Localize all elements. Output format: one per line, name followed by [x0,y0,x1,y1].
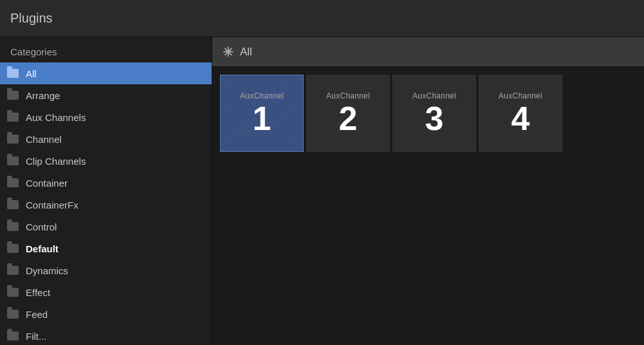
sidebar-item-label: Container [26,178,68,189]
content-header: ✳ All [212,37,644,67]
sidebar-item-container[interactable]: Container [0,172,212,194]
sidebar-item-filter[interactable]: Filt... [0,325,212,345]
sidebar: Categories AllArrangeAux ChannelsChannel… [0,37,212,345]
plugin-card-number: 2 [339,102,358,135]
folder-icon [6,134,19,144]
folder-icon [6,68,19,79]
sidebar-item-label: Arrange [26,90,60,101]
plugin-card-label: AuxChannel [410,91,459,100]
folder-icon [6,90,19,100]
sidebar-item-dynamics[interactable]: Dynamics [0,259,212,281]
sidebar-item-label: Clip Channels [26,156,86,167]
sidebar-item-label: All [26,68,37,79]
plugin-card-label: AuxChannel [324,91,373,100]
plugin-card-label: AuxChannel [496,91,545,100]
plugin-card-aux1[interactable]: AuxChannel1 [220,75,304,152]
plugin-card-number: 3 [425,102,444,135]
sidebar-item-arrange[interactable]: Arrange [0,84,212,106]
sidebar-item-containerfx[interactable]: ContainerFx [0,194,212,216]
folder-icon [6,221,19,232]
sidebar-item-all[interactable]: All [0,62,212,84]
folder-icon [6,156,19,166]
folder-icon [6,178,19,188]
sidebar-item-effect[interactable]: Effect [0,281,212,303]
sidebar-item-default[interactable]: Default [0,238,212,259]
sidebar-item-clip-channels[interactable]: Clip Channels [0,150,212,172]
sidebar-item-label: Filt... [26,331,47,342]
category-list: AllArrangeAux ChannelsChannelClip Channe… [0,62,212,345]
sidebar-item-label: Feed [26,309,48,320]
plugin-card-aux3[interactable]: AuxChannel3 [392,75,476,152]
sidebar-item-control[interactable]: Control [0,216,212,238]
folder-icon [6,287,19,297]
sidebar-item-label: ContainerFx [26,200,78,210]
categories-label: Categories [0,37,212,62]
sidebar-item-channel[interactable]: Channel [0,128,212,150]
folder-icon [6,265,19,275]
folder-icon [6,331,19,341]
content-header-title: All [240,46,252,59]
plugin-card-aux4[interactable]: AuxChannel4 [479,75,562,152]
all-icon: ✳ [223,44,234,60]
plugin-card-number: 1 [253,102,271,135]
plugin-card-aux2[interactable]: AuxChannel2 [306,75,390,152]
plugin-card-label: AuxChannel [237,91,286,100]
app-title: Plugins [10,11,53,26]
content-area: ✳ All AuxChannel1AuxChannel2AuxChannel3A… [212,37,644,345]
sidebar-item-aux-channels[interactable]: Aux Channels [0,106,212,128]
sidebar-item-label: Control [26,221,57,232]
folder-icon [6,243,19,254]
folder-icon [6,200,19,210]
sidebar-item-label: Channel [26,134,62,145]
folder-icon [6,309,19,319]
folder-icon [6,112,19,122]
title-bar: Plugins [0,0,644,37]
main-layout: Categories AllArrangeAux ChannelsChannel… [0,37,644,345]
plugin-card-number: 4 [511,102,530,135]
sidebar-item-label: Aux Channels [26,112,86,123]
sidebar-item-label: Dynamics [26,265,68,276]
sidebar-item-label: Default [26,243,59,254]
sidebar-item-feed[interactable]: Feed [0,303,212,325]
sidebar-item-label: Effect [26,287,50,298]
plugin-grid: AuxChannel1AuxChannel2AuxChannel3AuxChan… [212,67,644,160]
